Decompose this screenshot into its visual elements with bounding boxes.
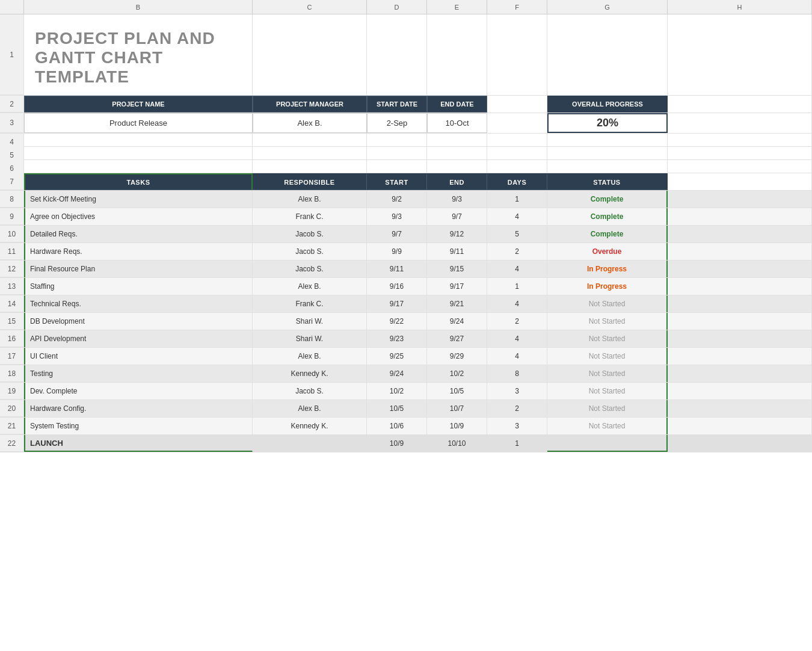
task-days-16: 4 (487, 330, 547, 347)
task-row-18: 18 Testing Kennedy K. 9/24 10/2 8 Not St… (0, 365, 812, 383)
task-start-18: 9/24 (367, 365, 427, 382)
task-days-17: 4 (487, 348, 547, 365)
task-days-18: 8 (487, 365, 547, 382)
row-num-17: 17 (0, 348, 24, 365)
row1-f (487, 14, 547, 95)
task-responsible-15: Shari W. (253, 313, 367, 330)
task-name-10: Detailed Reqs. (24, 226, 253, 242)
row-num-15: 15 (0, 313, 24, 330)
task-days-13: 1 (487, 278, 547, 295)
task-days-14: 4 (487, 295, 547, 312)
row-num-14: 14 (0, 295, 24, 312)
row-num-10: 10 (0, 226, 24, 242)
task-end-20: 10/7 (427, 400, 487, 417)
task-header-responsible: RESPONSIBLE (253, 173, 367, 190)
row-info-header: 2 PROJECT NAME PROJECT MANAGER START DAT… (0, 96, 812, 113)
row17-h (668, 348, 812, 365)
task-status-11: Overdue (547, 243, 668, 260)
info-header-progress: OVERALL PROGRESS (547, 96, 668, 113)
row20-h (668, 400, 812, 417)
task-row-17: 17 UI Client Alex B. 9/25 9/29 4 Not Sta… (0, 348, 812, 365)
task-start-9: 9/3 (367, 208, 427, 225)
task-status-21: Not Started (547, 418, 668, 434)
task-days-11: 2 (487, 243, 547, 260)
task-name-14: Technical Reqs. (24, 295, 253, 312)
task-status-18: Not Started (547, 365, 668, 382)
task-row-16: 16 API Development Shari W. 9/23 9/27 4 … (0, 330, 812, 348)
task-responsible-22 (253, 435, 367, 452)
task-status-9: Complete (547, 208, 668, 225)
row-title: 1 PROJECT PLAN AND GANTT CHART TEMPLATE (0, 14, 812, 96)
task-status-19: Not Started (547, 383, 668, 400)
row18-h (668, 365, 812, 382)
task-row-10: 10 Detailed Reqs. Jacob S. 9/7 9/12 5 Co… (0, 226, 812, 243)
task-end-10: 9/12 (427, 226, 487, 242)
info-val-end: 10-Oct (427, 113, 487, 133)
row-num-22: 22 (0, 435, 24, 452)
row1-h (668, 14, 812, 95)
row-num-13: 13 (0, 278, 24, 295)
page-title: PROJECT PLAN AND GANTT CHART TEMPLATE (29, 17, 247, 93)
corner-cell (0, 0, 24, 14)
task-status-8: Complete (547, 191, 668, 208)
task-end-22: 10/10 (427, 435, 487, 452)
task-start-14: 9/17 (367, 295, 427, 312)
task-row-21: 21 System Testing Kennedy K. 10/6 10/9 3… (0, 418, 812, 435)
task-days-19: 3 (487, 383, 547, 400)
task-name-17: UI Client (24, 348, 253, 365)
task-name-11: Hardware Reqs. (24, 243, 253, 260)
info-header-project-name: PROJECT NAME (24, 96, 253, 113)
title-cell: PROJECT PLAN AND GANTT CHART TEMPLATE (24, 14, 253, 95)
task-status-22 (547, 435, 668, 452)
task-start-11: 9/9 (367, 243, 427, 260)
task-responsible-8: Alex B. (253, 191, 367, 208)
task-start-22: 10/9 (367, 435, 427, 452)
row7-h (668, 173, 812, 190)
row-num-20: 20 (0, 400, 24, 417)
col-header-d: D (367, 0, 427, 14)
task-end-17: 9/29 (427, 348, 487, 365)
row9-h (668, 208, 812, 225)
task-end-12: 9/15 (427, 261, 487, 277)
overall-progress-value: 20% (547, 113, 668, 133)
row-num-12: 12 (0, 261, 24, 277)
task-row-22: 22 LAUNCH 10/9 10/10 1 (0, 435, 812, 452)
task-days-8: 1 (487, 191, 547, 208)
task-responsible-21: Kennedy K. (253, 418, 367, 434)
task-responsible-11: Jacob S. (253, 243, 367, 260)
row2-f (487, 96, 547, 113)
task-responsible-18: Kennedy K. (253, 365, 367, 382)
task-responsible-20: Alex B. (253, 400, 367, 417)
task-status-17: Not Started (547, 348, 668, 365)
task-row-13: 13 Staffing Alex B. 9/16 9/17 1 In Progr… (0, 278, 812, 295)
task-name-12: Final Resource Plan (24, 261, 253, 277)
row-num-19: 19 (0, 383, 24, 400)
task-end-8: 9/3 (427, 191, 487, 208)
task-days-22: 1 (487, 435, 547, 452)
task-responsible-14: Frank C. (253, 295, 367, 312)
task-row-9: 9 Agree on Objectives Frank C. 9/3 9/7 4… (0, 208, 812, 226)
task-name-8: Set Kick-Off Meeting (24, 191, 253, 208)
task-name-20: Hardware Config. (24, 400, 253, 417)
task-days-20: 2 (487, 400, 547, 417)
task-start-10: 9/7 (367, 226, 427, 242)
info-val-start: 2-Sep (367, 113, 427, 133)
info-val-manager: Alex B. (253, 113, 367, 133)
task-status-15: Not Started (547, 313, 668, 330)
task-name-21: System Testing (24, 418, 253, 434)
task-status-10: Complete (547, 226, 668, 242)
task-days-21: 3 (487, 418, 547, 434)
task-end-14: 9/21 (427, 295, 487, 312)
task-status-14: Not Started (547, 295, 668, 312)
task-end-16: 9/27 (427, 330, 487, 347)
row1-g (547, 14, 668, 95)
task-start-17: 9/25 (367, 348, 427, 365)
task-days-12: 4 (487, 261, 547, 277)
task-status-13: In Progress (547, 278, 668, 295)
row16-h (668, 330, 812, 347)
task-responsible-10: Jacob S. (253, 226, 367, 242)
task-days-10: 5 (487, 226, 547, 242)
task-end-18: 10/2 (427, 365, 487, 382)
task-days-9: 4 (487, 208, 547, 225)
row-tasks-header: 7 TASKS RESPONSIBLE START END DAYS STATU… (0, 173, 812, 191)
